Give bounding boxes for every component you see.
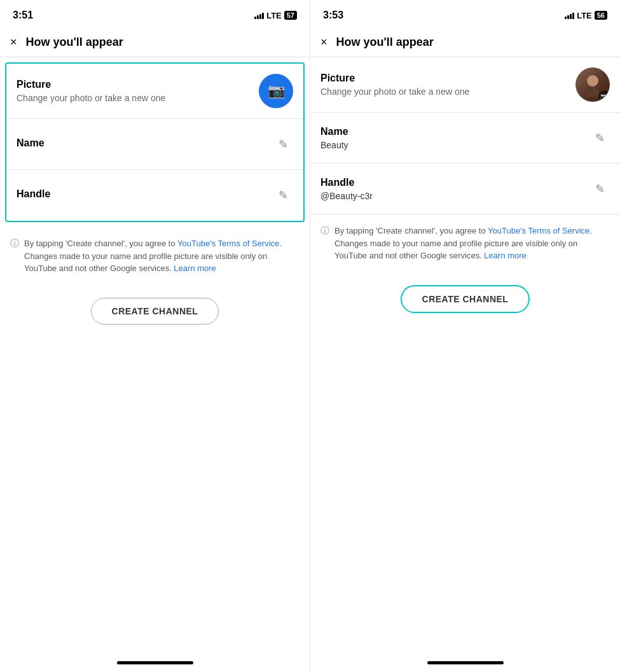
picture-subtitle-right: Change your photo or take a new one: [320, 87, 575, 97]
edit-handle-icon-left[interactable]: ✎: [273, 183, 293, 207]
home-indicator-right: [310, 656, 620, 672]
bar1: [254, 17, 256, 19]
handle-title-right: Handle: [320, 177, 590, 188]
handle-value-right: @Beauty-c3r: [320, 191, 590, 201]
home-indicator-left: [0, 656, 310, 672]
info-icon-left: ⓘ: [10, 238, 19, 249]
name-title-right: Name: [320, 126, 590, 137]
name-value-right: Beauty: [320, 140, 590, 150]
learn-more-link-right[interactable]: Learn more: [484, 251, 526, 260]
picture-section-right[interactable]: Picture Change your photo or take a new …: [310, 57, 620, 113]
bar2r: [567, 15, 569, 19]
close-button-right[interactable]: ×: [320, 36, 327, 49]
picture-label-group-left: Picture Change your photo or take a new …: [17, 79, 259, 103]
bar2: [257, 15, 259, 19]
handle-title-left: Handle: [17, 188, 273, 200]
name-label-group-right: Name Beauty: [320, 126, 590, 150]
status-icons-right: LTE 56: [565, 11, 607, 20]
status-bar-left: 3:51 LTE 57: [0, 0, 310, 28]
header-title-right: How you'll appear: [336, 36, 434, 49]
header-right: × How you'll appear: [310, 28, 620, 57]
create-channel-button-left[interactable]: CREATE CHANNEL: [91, 298, 219, 325]
header-left: × How you'll appear: [0, 28, 310, 57]
right-screen: 3:53 LTE 56 × How you'll appear Picture …: [310, 0, 620, 672]
lte-left: LTE: [266, 11, 282, 20]
create-btn-wrapper-left: CREATE CHANNEL: [0, 293, 310, 340]
create-btn-wrapper-right: CREATE CHANNEL: [310, 280, 620, 328]
close-button-left[interactable]: ×: [10, 36, 17, 49]
bottom-area-right: [310, 465, 620, 672]
bar1r: [565, 17, 567, 19]
edit-name-icon-right[interactable]: ✎: [590, 126, 610, 150]
picture-section-left[interactable]: Picture Change your photo or take a new …: [6, 64, 303, 119]
tos-link-left[interactable]: YouTube's Terms of Service: [177, 239, 279, 248]
sections-wrapper-left: Picture Change your photo or take a new …: [5, 62, 305, 222]
camera-overlay-right: 📷: [598, 90, 610, 102]
camera-icon-left: 📷: [268, 83, 285, 99]
battery-left: 57: [284, 11, 297, 20]
info-section-right: ⓘ By tapping 'Create channel', you agree…: [310, 214, 620, 272]
info-text-right: By tapping 'Create channel', you agree t…: [334, 225, 610, 262]
status-bar-right: 3:53 LTE 56: [310, 0, 620, 28]
tos-link-right[interactable]: YouTube's Terms of Service: [488, 226, 589, 235]
name-label-group-left: Name: [17, 137, 273, 151]
lte-right: LTE: [577, 11, 592, 20]
handle-label-group-right: Handle @Beauty-c3r: [320, 177, 590, 201]
info-text-left: By tapping 'Create channel', you agree t…: [24, 237, 300, 275]
header-title-left: How you'll appear: [26, 36, 123, 49]
picture-label-group-right: Picture Change your photo or take a new …: [320, 73, 575, 97]
edit-name-icon-left[interactable]: ✎: [273, 132, 293, 157]
create-channel-button-right[interactable]: CREATE CHANNEL: [401, 285, 530, 313]
info-prefix-right: By tapping 'Create channel', you agree t…: [334, 226, 488, 235]
bar3r: [570, 14, 572, 19]
status-time-left: 3:51: [13, 10, 33, 21]
name-title-left: Name: [17, 137, 273, 149]
handle-section-left[interactable]: Handle ✎: [6, 170, 303, 221]
name-section-left[interactable]: Name ✎: [6, 119, 303, 170]
signal-bars-left: [254, 11, 264, 19]
picture-title-right: Picture: [320, 73, 575, 84]
signal-bars-right: [565, 11, 574, 19]
info-prefix-left: By tapping 'Create channel', you agree t…: [24, 239, 177, 248]
name-section-right[interactable]: Name Beauty ✎: [310, 113, 620, 164]
picture-title-left: Picture: [17, 79, 259, 90]
avatar-right[interactable]: 📷: [575, 67, 610, 102]
battery-right: 56: [595, 11, 607, 20]
status-icons-left: LTE 57: [254, 11, 297, 20]
bar4r: [572, 13, 574, 19]
left-screen: 3:51 LTE 57 × How you'll appear: [0, 0, 310, 672]
learn-more-link-left[interactable]: Learn more: [174, 263, 216, 273]
info-section-left: ⓘ By tapping 'Create channel', you agree…: [0, 227, 310, 285]
info-icon-right: ⓘ: [320, 225, 329, 237]
handle-label-group-left: Handle: [17, 188, 273, 202]
picture-subtitle-left: Change your photo or take a new one: [17, 93, 259, 103]
edit-handle-icon-right[interactable]: ✎: [590, 177, 610, 201]
home-bar-right: [427, 661, 504, 664]
bar3: [259, 14, 261, 19]
status-time-right: 3:53: [323, 10, 343, 21]
avatar-left[interactable]: 📷: [259, 74, 293, 108]
bottom-area-left: [0, 465, 310, 672]
bar4: [262, 13, 264, 19]
home-bar-left: [117, 661, 193, 664]
handle-section-right[interactable]: Handle @Beauty-c3r ✎: [310, 164, 620, 214]
